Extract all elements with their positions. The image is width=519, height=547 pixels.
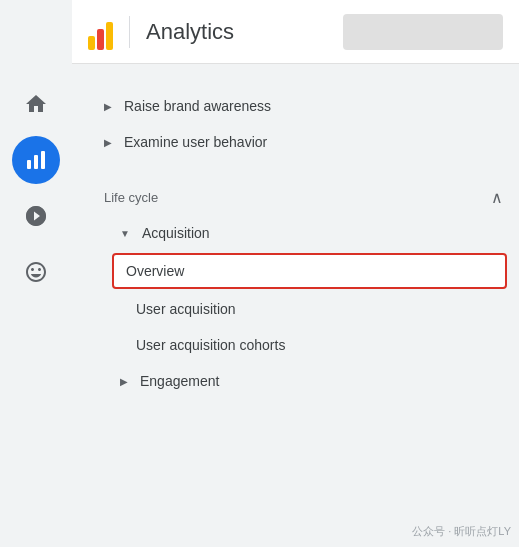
sidebar-item-home[interactable] [12, 80, 60, 128]
nav-panel: ▶ Raise brand awareness ▶ Examine user b… [72, 64, 519, 547]
nav-acquisition-label: Acquisition [142, 225, 210, 241]
account-placeholder [343, 14, 503, 50]
advertising-icon [24, 260, 48, 284]
lifecycle-section-header[interactable]: Life cycle ∧ [72, 176, 519, 215]
nav-user-acquisition-label: User acquisition [136, 301, 236, 317]
arrow-icon: ▶ [104, 101, 112, 112]
nav-examine-user[interactable]: ▶ Examine user behavior [72, 124, 519, 160]
nav-raise-brand-label: Raise brand awareness [124, 98, 271, 114]
sidebar-item-reports[interactable] [12, 136, 60, 184]
svg-rect-0 [27, 160, 31, 169]
sidebar-nav [0, 0, 72, 547]
section-spacer [72, 160, 519, 176]
nav-user-acquisition-cohorts-label: User acquisition cohorts [136, 337, 285, 353]
logo-bar-3 [106, 22, 113, 50]
top-spacer [72, 72, 519, 88]
app-title: Analytics [146, 19, 234, 45]
logo-bar-1 [88, 36, 95, 50]
header: Analytics [72, 0, 519, 64]
nav-user-acquisition-cohorts[interactable]: User acquisition cohorts [72, 327, 519, 363]
nav-examine-user-label: Examine user behavior [124, 134, 267, 150]
lifecycle-section-label: Life cycle [104, 190, 158, 205]
nav-engagement[interactable]: ▶ Engagement [72, 363, 519, 399]
nav-acquisition[interactable]: ▼ Acquisition [72, 215, 519, 251]
explore-icon [24, 204, 48, 228]
analytics-logo [88, 14, 113, 50]
header-divider [129, 16, 130, 48]
chevron-up-icon: ∧ [491, 188, 503, 207]
arrow-down-icon: ▼ [120, 228, 130, 239]
home-icon [24, 92, 48, 116]
nav-raise-brand[interactable]: ▶ Raise brand awareness [72, 88, 519, 124]
svg-rect-1 [34, 155, 38, 169]
nav-overview-label: Overview [126, 263, 184, 279]
arrow-right-icon: ▶ [120, 376, 128, 387]
main-area: Analytics ▶ Raise brand awareness ▶ Exam… [72, 0, 519, 547]
sidebar-item-explore[interactable] [12, 192, 60, 240]
logo-bar-2 [97, 29, 104, 50]
nav-user-acquisition[interactable]: User acquisition [72, 291, 519, 327]
nav-overview[interactable]: Overview [112, 253, 507, 289]
nav-engagement-label: Engagement [140, 373, 219, 389]
logo-area: Analytics [88, 14, 234, 50]
svg-rect-2 [41, 151, 45, 169]
watermark: 公众号 · 昕听点灯LY [412, 524, 511, 539]
reports-icon [24, 148, 48, 172]
sidebar-item-advertising[interactable] [12, 248, 60, 296]
arrow-icon: ▶ [104, 137, 112, 148]
